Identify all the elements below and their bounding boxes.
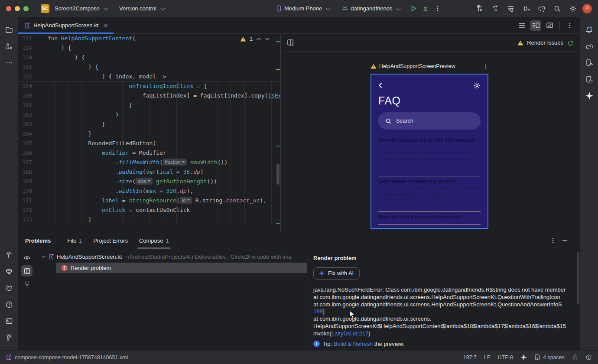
faq-item[interactable]: How do I change my profile information?⌃… xyxy=(378,135,481,176)
more-actions-button[interactable] xyxy=(432,3,444,15)
device-selector[interactable]: Medium Phone xyxy=(276,5,329,12)
app-quality-insights-tool-icon[interactable] xyxy=(3,265,16,278)
run-button[interactable] xyxy=(407,3,419,15)
caret-position[interactable]: 197:7 xyxy=(463,354,477,361)
file-encoding[interactable]: UTF-8 xyxy=(498,354,513,361)
attach-debugger-icon[interactable] xyxy=(520,3,532,15)
run-configuration-selector[interactable]: datingandfriends xyxy=(341,5,400,12)
problems-tab-project-errors[interactable]: Project Errors xyxy=(93,232,127,249)
problems-tab-file[interactable]: File1 xyxy=(67,232,82,249)
code-line[interactable]: 169 .size(size = getButtonHeight()) xyxy=(18,177,280,186)
problems-tab-compose[interactable]: Compose1 xyxy=(139,232,169,249)
gemini-sparkle-icon[interactable] xyxy=(583,89,596,102)
editor-options-kebab-icon[interactable] xyxy=(564,20,575,31)
expand-chevron-icon[interactable]: ⌄ xyxy=(477,214,481,219)
minimize-panel-icon[interactable] xyxy=(562,238,568,244)
logcat-tool-icon[interactable] xyxy=(3,282,16,295)
code-line[interactable]: 164 } xyxy=(18,129,280,139)
split-view-icon[interactable] xyxy=(530,20,541,31)
expand-chevron-icon[interactable]: ⌃ xyxy=(477,138,481,142)
settings-gear-icon[interactable] xyxy=(473,82,481,89)
view-options-eye-icon[interactable] xyxy=(21,252,32,263)
gradle-sync-icon[interactable] xyxy=(536,3,548,15)
stack-link[interactable]: LazyDsl.kt:217 xyxy=(332,330,368,337)
code-line[interactable]: 168 .padding(vertical = 36.dp) xyxy=(18,167,280,177)
next-issue-chevron-icon[interactable] xyxy=(265,37,270,41)
chevron-down-icon[interactable] xyxy=(42,255,46,258)
code-line[interactable]: 155 ) { index, model -> xyxy=(18,72,280,81)
refresh-icon[interactable] xyxy=(567,39,574,46)
code-line[interactable]: 130 ) { xyxy=(18,53,280,62)
code-line[interactable]: 160 faqList[index] = faqList[index].copy… xyxy=(18,91,280,101)
editor-scrollbar[interactable] xyxy=(276,164,280,185)
code-line[interactable]: 166 modifier = Modifier xyxy=(18,148,280,158)
code-line[interactable]: 151 ) { xyxy=(18,62,280,72)
faq-item[interactable]: Why did my match disappear?⌄ xyxy=(378,224,481,229)
code-line[interactable]: 124 ) { xyxy=(18,43,280,53)
fix-with-ai-button[interactable]: Fix with AI xyxy=(313,267,360,280)
code-line[interactable]: 167 .fillMaxWidth(fraction = maxWidth()) xyxy=(18,158,280,167)
phone-preview[interactable]: FAQ Search How do I change my profile in… xyxy=(370,74,488,229)
code-line[interactable]: 162 ) xyxy=(18,110,280,120)
show-details-icon[interactable] xyxy=(21,265,32,276)
search-icon[interactable] xyxy=(551,3,563,15)
prev-issue-chevron-icon[interactable] xyxy=(256,37,261,41)
indent-setting[interactable]: 4 spaces xyxy=(534,354,565,361)
build-refresh-link[interactable]: Build & Refresh xyxy=(334,341,373,347)
terminal-tool-icon[interactable] xyxy=(3,315,16,328)
unlock-icon[interactable] xyxy=(572,354,578,361)
code-line[interactable]: 159 onTrailingIconClick = { xyxy=(18,81,280,91)
apply-changes-icon[interactable]: A xyxy=(489,3,501,15)
user-avatar[interactable]: P xyxy=(582,4,592,13)
gradle-tool-icon[interactable] xyxy=(583,40,596,53)
status-file[interactable]: compose-compose-model-1758748140651.xml xyxy=(6,354,128,361)
device-manager-tool-icon[interactable] xyxy=(583,56,596,69)
code-line[interactable]: 173 ) xyxy=(18,215,280,224)
quick-fix-bulb-icon[interactable] xyxy=(21,278,32,289)
faq-search-bar[interactable]: Search xyxy=(378,112,481,130)
problems-tool-icon[interactable] xyxy=(3,298,16,311)
ai-status-sparkle-icon[interactable] xyxy=(520,354,527,361)
code-line[interactable]: 171 label = stringResource(id = R.string… xyxy=(18,196,280,205)
build-tool-icon[interactable] xyxy=(3,249,16,262)
code-line[interactable]: 172 onClick = contactUsOnClick xyxy=(18,205,280,215)
notifications-bell-icon[interactable] xyxy=(583,23,596,36)
faq-item[interactable]: How do I block or report someone?⌄ xyxy=(378,211,481,224)
faq-item[interactable]: Can I pause or delete my profile?⌃Yes. I… xyxy=(378,176,481,211)
code-line[interactable]: 170 .widthIn(max = 320.dp), xyxy=(18,186,280,196)
stack-link[interactable]: 199 xyxy=(313,308,323,315)
back-chevron-icon[interactable] xyxy=(378,82,382,88)
vcs-menu[interactable]: Version control xyxy=(119,5,164,12)
code-line[interactable]: 163 } xyxy=(18,120,280,129)
more-tool-windows-icon[interactable] xyxy=(3,56,16,69)
running-devices-tool-icon[interactable] xyxy=(583,73,596,86)
detail-scrollbar[interactable] xyxy=(577,252,579,304)
resource-manager-tool-icon[interactable] xyxy=(3,40,16,53)
close-tab-icon[interactable]: ✕ xyxy=(103,22,108,29)
render-issues-label[interactable]: Render Issues xyxy=(527,39,563,46)
code-line[interactable]: 161 } xyxy=(18,101,280,110)
problem-row-selected[interactable]: ! Render problem xyxy=(56,263,307,273)
debug-button[interactable] xyxy=(419,3,432,15)
project-tool-icon[interactable] xyxy=(3,23,16,36)
design-view-icon[interactable] xyxy=(544,20,555,31)
problem-file-row[interactable]: HelpAndSupportScreen.kt ~/AndroidStudioP… xyxy=(36,251,308,262)
minimize-window-button[interactable] xyxy=(15,6,20,11)
editor-tab[interactable]: HelpAndSupportScreen.kt ✕ xyxy=(18,17,114,34)
panel-options-kebab-icon[interactable] xyxy=(550,237,556,244)
apply-code-changes-icon[interactable] xyxy=(504,3,517,15)
code-editor[interactable]: 111 fun HelpAndSupportContent(124 ) {130… xyxy=(18,34,281,232)
code-line[interactable]: 165 RoundedFilledButton( xyxy=(18,139,280,148)
preview-canvas[interactable]: HelpAndSupportScreenPreview FAQ S xyxy=(281,52,580,232)
expand-chevron-icon[interactable]: ⌃ xyxy=(477,179,481,183)
inspection-widget[interactable]: 1 xyxy=(240,36,270,42)
version-control-tool-icon[interactable] xyxy=(3,331,16,344)
zoom-window-button[interactable] xyxy=(23,6,29,11)
line-ending[interactable]: LF xyxy=(484,354,491,361)
close-window-button[interactable] xyxy=(6,6,11,11)
preview-layout-icon[interactable] xyxy=(287,39,294,46)
code-view-icon[interactable] xyxy=(516,20,527,31)
settings-gear-icon[interactable] xyxy=(567,3,579,15)
preview-options-kebab-icon[interactable] xyxy=(483,64,488,69)
error-indicator-icon[interactable] xyxy=(585,354,592,361)
